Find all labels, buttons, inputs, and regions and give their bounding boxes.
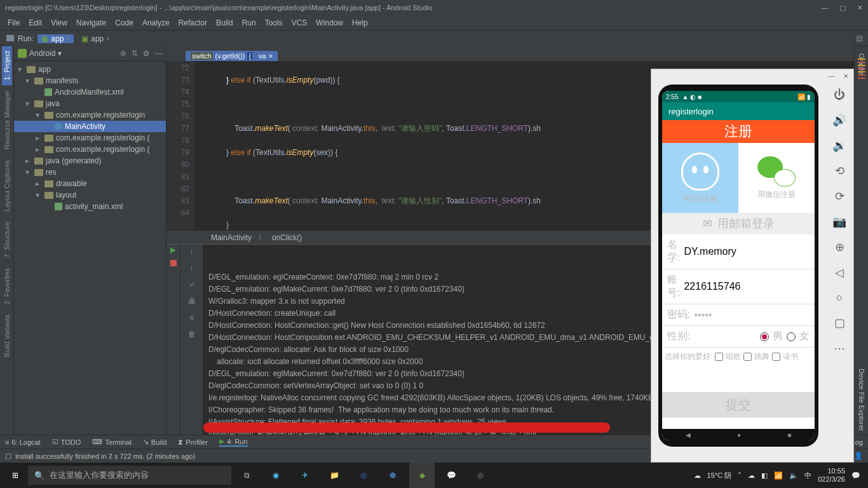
app-icon[interactable]: ◎ [468,463,493,488]
back-icon[interactable]: ◀ [686,431,691,438]
volume-icon[interactable]: 🔈 [789,471,798,480]
emu-close[interactable]: ✕ [843,72,848,79]
tree-node[interactable]: ▸drawable [14,178,166,189]
rerun-icon[interactable] [170,247,176,254]
window-close[interactable]: ✕ [857,4,863,12]
menu-analyze[interactable]: Analyze [139,17,173,29]
editor-tab[interactable]: switch (v.getId()) {va× [186,51,278,61]
task-view-icon[interactable]: ⧉ [234,463,259,488]
wrap-icon[interactable]: ⤶ [189,280,195,289]
tree-node[interactable]: ▾java [14,98,166,109]
hide-icon[interactable]: — [154,49,162,58]
window-minimize[interactable]: — [821,4,828,12]
emulator-window[interactable]: — ✕ 2:55 ▲ ◐ ■ 📶 ▮ registerlogin 注册 用QQ注… [651,69,854,463]
tree-node[interactable]: ▸com.example.registerlogin ( [14,144,166,155]
volume-down-icon[interactable]: 🔉 [832,139,846,152]
tool-structure[interactable]: 7: Structure [2,217,12,263]
menu-run[interactable]: Run [238,17,260,29]
settings-icon[interactable]: ✿ [143,49,149,58]
account-field[interactable] [684,281,811,292]
close-icon[interactable]: × [269,52,273,60]
tool-build-variants[interactable]: Build Variants [2,309,12,362]
rotate-right-icon[interactable]: ⟳ [835,189,844,203]
bottom-terminal[interactable]: ⌨Terminal [92,438,132,446]
hobby-dance[interactable] [743,353,752,361]
wechat-register[interactable]: 用微信注册 [738,143,815,213]
more-icon[interactable]: ⋯ [834,341,845,355]
tool-project[interactable]: 1: Project [2,46,12,85]
radio-female[interactable] [787,332,796,341]
tree-node[interactable]: ▾manifests [14,75,166,86]
vert-split-icon[interactable]: ⇅ [132,49,138,58]
explorer-icon[interactable]: 📁 [322,463,347,488]
print-icon[interactable]: 🖶 [188,297,196,306]
target-icon[interactable]: ⊕ [120,49,126,58]
menu-file[interactable]: File [4,17,24,29]
power-icon[interactable]: ⏻ [834,88,845,102]
menu-edit[interactable]: Edit [25,17,46,29]
filter-icon[interactable]: ≡ [189,313,194,322]
window-maximize[interactable]: ▢ [839,4,846,12]
menu-window[interactable]: Window [312,17,347,29]
tray-icon[interactable]: ◧ [761,471,768,480]
bottom-build[interactable]: ↘Build [143,438,166,446]
menu-vcs[interactable]: VCS [288,17,311,29]
error-stripe[interactable] [858,46,865,230]
overview-icon[interactable]: ▢ [834,316,845,330]
rotate-left-icon[interactable]: ⟲ [835,164,844,178]
tool-favorites[interactable]: 2: Favorites [2,263,12,309]
taskbar-clock[interactable]: 10:55022/3/26 [818,467,845,484]
tree-node[interactable]: ▾layout [14,189,166,201]
notifications-icon[interactable]: 💬 [851,471,860,480]
up-icon[interactable]: ↑ [190,247,194,256]
weather-icon[interactable]: ☁ [694,471,701,480]
phone-screen[interactable]: 2:55 ▲ ◐ ■ 📶 ▮ registerlogin 注册 用QQ注册 用微… [662,91,815,440]
tray-chevron-icon[interactable]: ˄ [738,471,742,480]
tree-node[interactable]: ▾com.example.registerlogin [14,109,166,121]
password-field[interactable]: ••••• [694,309,810,321]
hobby-read[interactable] [772,353,780,361]
app-icon[interactable]: ✈ [292,463,318,488]
menu-refactor[interactable]: Refactor [175,17,211,29]
email-login[interactable]: ✉用邮箱登录 [662,213,815,234]
wifi-icon[interactable]: 📶 [774,471,783,480]
app-icon[interactable]: ⬢ [380,463,405,488]
trash-icon[interactable]: 🗑 [188,330,196,339]
back-icon[interactable]: ◁ [835,266,844,280]
radio-male[interactable] [760,332,769,341]
taskbar-search[interactable]: 🔍在这里输入你要搜索的内容 [28,466,231,485]
toolbar-more-icon[interactable]: ▤ [856,34,863,43]
home-icon[interactable]: ○ [836,291,843,304]
menu-code[interactable]: Code [111,17,137,29]
tree-node[interactable]: ▸com.example.registerlogin ( [14,132,166,144]
edge-icon[interactable]: ◉ [263,463,288,488]
bottom-profiler[interactable]: ⧗Profiler [178,438,208,446]
menu-navigate[interactable]: Navigate [72,17,110,29]
android-studio-icon[interactable]: ◆ [409,463,435,488]
tool-layout-captures[interactable]: Layout Captures [2,155,12,217]
name-field[interactable] [684,246,811,257]
menu-build[interactable]: Build [212,17,237,29]
tree-node[interactable]: ▸java (generated) [14,155,166,166]
project-tree-header[interactable]: Android ▾ ⊕ ⇅ ✿ — [14,46,166,61]
app-icon[interactable]: ◎ [351,463,376,488]
qq-register[interactable]: 用QQ注册 [662,143,738,213]
tray-icon[interactable]: ☁ [748,471,755,480]
tree-node[interactable]: activity_main.xml [14,201,166,212]
stop-icon[interactable] [170,260,177,266]
recent-icon[interactable]: ■ [787,431,791,438]
inspection-icon[interactable]: 👤 [854,452,863,460]
tree-node[interactable]: ▾res [14,166,166,178]
bottom-logcat[interactable]: ≡6: Logcat [5,438,41,446]
home-icon[interactable]: ● [737,431,741,438]
menu-view[interactable]: View [47,17,71,29]
submit-button[interactable]: 提交 [662,392,815,417]
ime-icon[interactable]: 中 [804,471,811,480]
emu-minimize[interactable]: — [828,72,834,79]
menu-help[interactable]: Help [348,17,372,29]
tree-node[interactable]: AndroidManifest.xml [14,86,166,98]
bottom-todo[interactable]: ☑TODO [52,438,81,446]
wechat-icon[interactable]: 💬 [438,463,464,488]
bottom-run[interactable]: ▶4: Run [219,437,247,447]
tree-node[interactable]: MainActivity [14,121,166,132]
